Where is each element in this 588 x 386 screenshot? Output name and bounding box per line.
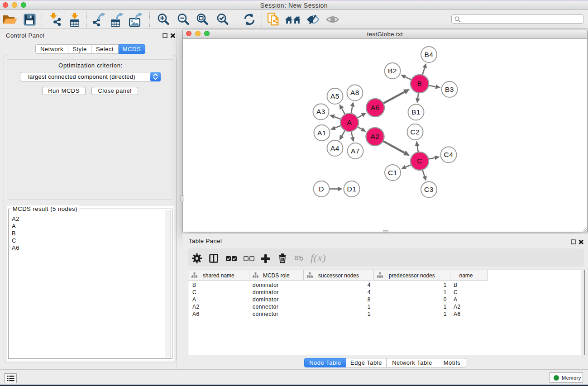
svg-text:C2: C2 [411,128,420,136]
svg-text:C4: C4 [444,151,454,158]
svg-text:C: C [417,157,422,165]
svg-text:B: B [417,80,422,87]
svg-text:D1: D1 [347,185,357,193]
svg-text:A2: A2 [371,133,380,140]
svg-text:A6: A6 [371,104,380,111]
svg-text:D: D [319,185,324,193]
svg-text:A3: A3 [316,108,325,115]
svg-text:B1: B1 [411,108,421,116]
svg-text:A8: A8 [350,89,359,96]
svg-text:A: A [347,119,352,126]
svg-text:B3: B3 [445,86,454,93]
svg-text:A5: A5 [330,92,339,100]
svg-text:A4: A4 [330,144,339,152]
svg-text:A1: A1 [317,129,326,137]
svg-text:C1: C1 [388,169,397,176]
svg-text:B2: B2 [388,67,397,75]
svg-text:A7: A7 [351,147,360,155]
svg-text:B4: B4 [425,51,434,58]
svg-text:C3: C3 [424,186,434,193]
